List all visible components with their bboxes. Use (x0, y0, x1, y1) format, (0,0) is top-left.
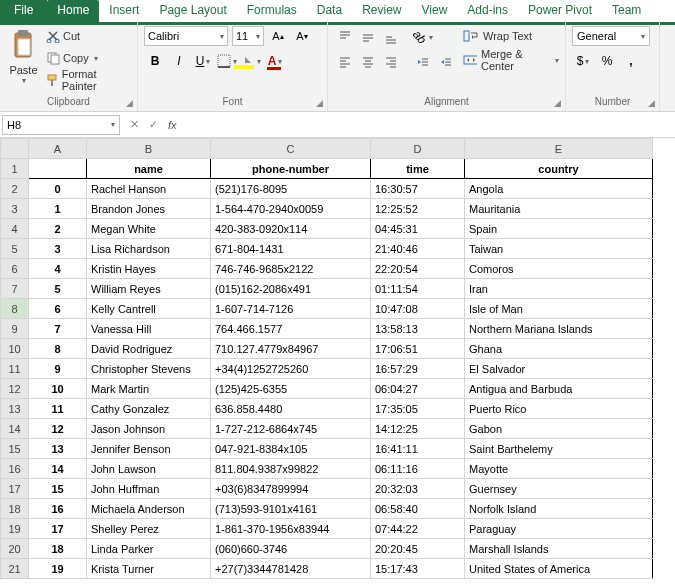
increase-indent-button[interactable] (435, 51, 457, 73)
row-header[interactable]: 13 (1, 399, 29, 419)
tab-home[interactable]: Home (47, 0, 99, 22)
accounting-format-button[interactable]: $▾ (572, 50, 594, 72)
cell[interactable]: 2 (29, 219, 87, 239)
row-header[interactable]: 5 (1, 239, 29, 259)
row-header[interactable]: 16 (1, 459, 29, 479)
cell[interactable]: Krista Turner (87, 559, 211, 579)
cell[interactable]: 06:58:40 (371, 499, 465, 519)
cell[interactable]: 9 (29, 359, 87, 379)
cell[interactable]: 1-607-714-7126 (211, 299, 371, 319)
cell[interactable]: Taiwan (465, 239, 653, 259)
cell[interactable]: 8 (29, 339, 87, 359)
cell[interactable]: 18 (29, 539, 87, 559)
cell[interactable]: Isle of Man (465, 299, 653, 319)
cell[interactable]: country (465, 159, 653, 179)
cell[interactable]: Kristin Hayes (87, 259, 211, 279)
cell[interactable]: 10:47:08 (371, 299, 465, 319)
cell[interactable]: 15:17:43 (371, 559, 465, 579)
cell[interactable]: Megan White (87, 219, 211, 239)
cell[interactable]: 13 (29, 439, 87, 459)
cell[interactable]: 11 (29, 399, 87, 419)
cell[interactable]: +27(7)3344781428 (211, 559, 371, 579)
cell[interactable]: Michaela Anderson (87, 499, 211, 519)
cell[interactable]: name (87, 159, 211, 179)
cell[interactable]: 17:06:51 (371, 339, 465, 359)
cell[interactable]: 16:57:29 (371, 359, 465, 379)
cell[interactable]: 21:40:46 (371, 239, 465, 259)
row-header[interactable]: 4 (1, 219, 29, 239)
cell[interactable]: John Huffman (87, 479, 211, 499)
row-header[interactable]: 11 (1, 359, 29, 379)
cell[interactable]: 22:20:54 (371, 259, 465, 279)
align-left-button[interactable] (334, 51, 356, 73)
cell[interactable]: Brandon Jones (87, 199, 211, 219)
align-top-button[interactable] (334, 26, 356, 48)
cell[interactable]: 16 (29, 499, 87, 519)
cell[interactable]: (015)162-2086x491 (211, 279, 371, 299)
cell[interactable]: 13:58:13 (371, 319, 465, 339)
cell[interactable]: Northern Mariana Islands (465, 319, 653, 339)
cell[interactable]: 1-727-212-6864x745 (211, 419, 371, 439)
merge-center-button[interactable]: Merge & Center ▾ (463, 50, 559, 70)
cell[interactable]: Mark Martin (87, 379, 211, 399)
row-header[interactable]: 7 (1, 279, 29, 299)
column-header-C[interactable]: C (211, 139, 371, 159)
cell[interactable]: 17:35:05 (371, 399, 465, 419)
cell[interactable]: 01:11:54 (371, 279, 465, 299)
cell[interactable]: Mayotte (465, 459, 653, 479)
cell[interactable]: 047-921-8384x105 (211, 439, 371, 459)
select-all-corner[interactable] (1, 139, 29, 159)
align-center-button[interactable] (357, 51, 379, 73)
cell[interactable]: 811.804.9387x99822 (211, 459, 371, 479)
cell[interactable]: 12 (29, 419, 87, 439)
column-header-A[interactable]: A (29, 139, 87, 159)
cell[interactable]: Lisa Richardson (87, 239, 211, 259)
tab-review[interactable]: Review (352, 0, 411, 22)
row-header[interactable]: 18 (1, 499, 29, 519)
tab-insert[interactable]: Insert (99, 0, 149, 22)
cell[interactable]: Mauritania (465, 199, 653, 219)
row-header[interactable]: 17 (1, 479, 29, 499)
cell[interactable]: 17 (29, 519, 87, 539)
cell[interactable]: Guernsey (465, 479, 653, 499)
tab-formulas[interactable]: Formulas (237, 0, 307, 22)
name-box[interactable]: H8▾ (2, 115, 120, 135)
align-right-button[interactable] (380, 51, 402, 73)
decrease-indent-button[interactable] (412, 51, 434, 73)
cell[interactable]: 04:45:31 (371, 219, 465, 239)
cell[interactable]: 12:25:52 (371, 199, 465, 219)
cell[interactable]: Jason Johnson (87, 419, 211, 439)
number-dialog-launcher[interactable]: ◢ (645, 97, 657, 109)
cell[interactable]: 16:41:11 (371, 439, 465, 459)
cell[interactable] (29, 159, 87, 179)
cell[interactable]: Ghana (465, 339, 653, 359)
cell[interactable]: +34(4)1252725260 (211, 359, 371, 379)
italic-button[interactable]: I (168, 50, 190, 72)
cell[interactable]: 671-804-1431 (211, 239, 371, 259)
decrease-font-button[interactable]: A▾ (292, 26, 312, 46)
cell[interactable]: Linda Parker (87, 539, 211, 559)
cell[interactable]: Christopher Stevens (87, 359, 211, 379)
align-bottom-button[interactable] (380, 26, 402, 48)
row-header[interactable]: 21 (1, 559, 29, 579)
cell[interactable]: 10 (29, 379, 87, 399)
formula-input[interactable] (185, 115, 675, 135)
row-header[interactable]: 3 (1, 199, 29, 219)
cell[interactable]: Antigua and Barbuda (465, 379, 653, 399)
cell[interactable]: 06:11:16 (371, 459, 465, 479)
cell[interactable]: 1-564-470-2940x0059 (211, 199, 371, 219)
cell[interactable]: Iran (465, 279, 653, 299)
number-format-combo[interactable]: General▾ (572, 26, 650, 46)
cell[interactable]: (521)176-8095 (211, 179, 371, 199)
cell[interactable]: Rachel Hanson (87, 179, 211, 199)
cell[interactable]: 764.466.1577 (211, 319, 371, 339)
cell[interactable]: Vanessa Hill (87, 319, 211, 339)
cell[interactable]: Comoros (465, 259, 653, 279)
orientation-button[interactable]: ab▾ (412, 26, 434, 48)
paste-button[interactable]: Paste ▾ (6, 26, 41, 85)
tab-page-layout[interactable]: Page Layout (149, 0, 236, 22)
column-header-E[interactable]: E (465, 139, 653, 159)
cell[interactable]: 3 (29, 239, 87, 259)
font-name-combo[interactable]: Calibri▾ (144, 26, 228, 46)
cancel-formula-button[interactable]: ✕ (130, 118, 139, 131)
